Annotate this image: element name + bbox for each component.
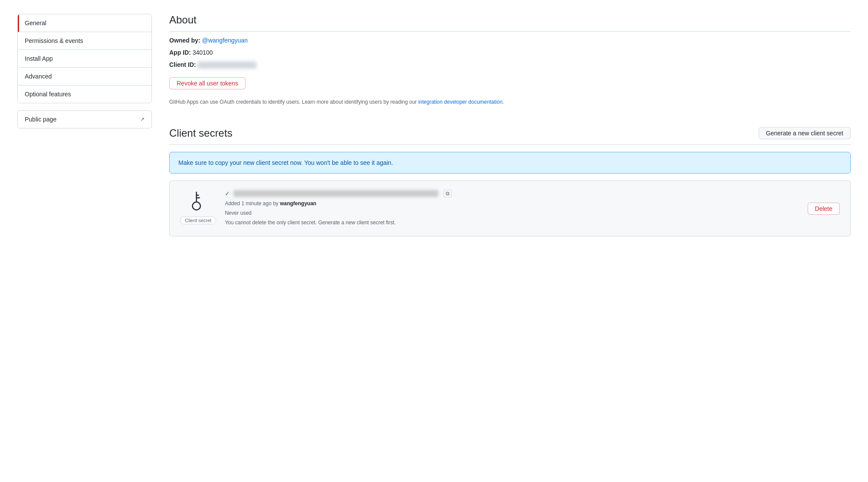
sidebar-item-label: Public page bbox=[25, 116, 56, 123]
revoke-tokens-button[interactable]: Revoke all user tokens bbox=[169, 77, 246, 89]
secret-alert: Make sure to copy your new client secret… bbox=[169, 152, 851, 174]
key-icon-container: Client secret bbox=[180, 193, 216, 224]
app-id-value: 340100 bbox=[193, 49, 213, 56]
client-id-value bbox=[197, 62, 256, 69]
secret-details: ✓ ⧉ Added 1 minute ago by wangfengyuan N bbox=[225, 190, 799, 227]
secret-hash-row: ✓ ⧉ bbox=[225, 190, 799, 197]
description-period: . bbox=[503, 99, 504, 105]
sidebar-nav: General Permissions & events Install App… bbox=[17, 14, 152, 103]
description-text: GitHub Apps can use OAuth credentials to… bbox=[169, 99, 417, 105]
never-used: Never used bbox=[225, 210, 251, 216]
sidebar-item-advanced[interactable]: Advanced bbox=[18, 68, 151, 85]
external-link-icon: ↗ bbox=[140, 116, 145, 122]
sidebar-item-label: Permissions & events bbox=[25, 37, 83, 44]
checkmark-icon: ✓ bbox=[225, 190, 230, 197]
sidebar-item-label: Advanced bbox=[25, 73, 52, 80]
main-content: About Owned by: @wangfengyuan App ID: 34… bbox=[169, 14, 851, 250]
added-text: Added 1 minute ago by bbox=[225, 200, 278, 207]
client-secret-label: Client secret bbox=[180, 216, 216, 224]
key-icon bbox=[184, 190, 212, 217]
about-description: GitHub Apps can use OAuth credentials to… bbox=[169, 98, 851, 106]
secrets-header: Client secrets Generate a new client sec… bbox=[169, 127, 851, 145]
added-by: wangfengyuan bbox=[280, 200, 316, 207]
sidebar-item-label: Install App bbox=[25, 55, 53, 62]
sidebar-item-label: General bbox=[25, 20, 46, 26]
app-id-field: App ID: 340100 bbox=[169, 49, 851, 56]
owned-by-field: Owned by: @wangfengyuan bbox=[169, 37, 851, 44]
sidebar-item-general[interactable]: General bbox=[18, 14, 151, 32]
client-id-label: Client ID: bbox=[169, 61, 196, 68]
sidebar: General Permissions & events Install App… bbox=[17, 14, 152, 250]
client-secrets-section: Client secrets Generate a new client sec… bbox=[169, 127, 851, 236]
app-id-label: App ID: bbox=[169, 49, 191, 56]
owned-by-label: Owned by: bbox=[169, 37, 201, 44]
secret-hash bbox=[233, 190, 438, 197]
sidebar-item-label: Optional features bbox=[25, 91, 71, 98]
sidebar-item-install-app[interactable]: Install App bbox=[18, 50, 151, 68]
owner-link[interactable]: @wangfengyuan bbox=[202, 37, 247, 44]
copy-icon[interactable]: ⧉ bbox=[444, 190, 452, 197]
integration-docs-link[interactable]: integration developer documentation bbox=[418, 99, 503, 105]
generate-secret-button[interactable]: Generate a new client secret bbox=[759, 127, 851, 139]
about-title: About bbox=[169, 14, 851, 32]
about-section: About Owned by: @wangfengyuan App ID: 34… bbox=[169, 14, 851, 106]
secret-meta: Added 1 minute ago by wangfengyuan Never… bbox=[225, 199, 799, 227]
sidebar-item-permissions-events[interactable]: Permissions & events bbox=[18, 32, 151, 50]
delete-button[interactable]: Delete bbox=[808, 203, 840, 215]
sidebar-item-optional-features[interactable]: Optional features bbox=[18, 85, 151, 103]
cannot-delete-note: You cannot delete the only client secret… bbox=[225, 220, 396, 226]
secrets-title: Client secrets bbox=[169, 127, 232, 139]
client-id-field: Client ID: bbox=[169, 61, 851, 69]
secret-card: Client secret ✓ ⧉ Added 1 minute ago by bbox=[169, 180, 851, 236]
sidebar-item-public-page[interactable]: Public page ↗ bbox=[17, 110, 152, 128]
